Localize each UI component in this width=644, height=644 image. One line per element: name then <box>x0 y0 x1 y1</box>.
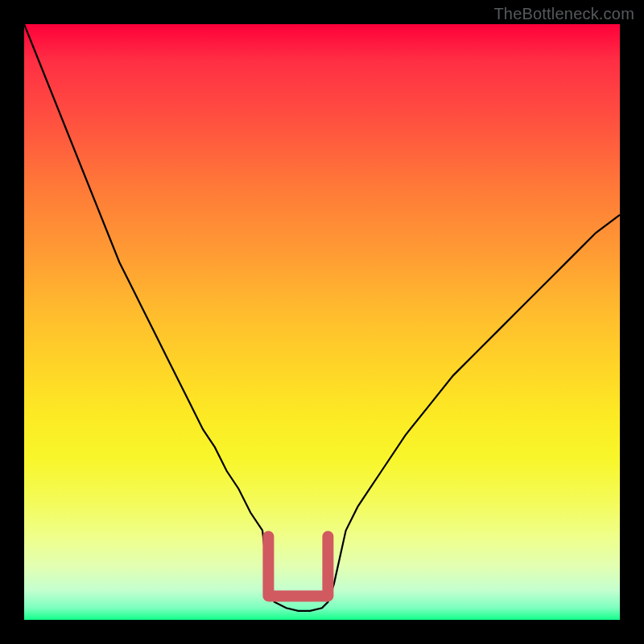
sweet-spot-cap <box>268 536 328 596</box>
plot-area <box>24 24 620 620</box>
curve-path <box>24 24 620 611</box>
chart-stage: TheBottleneck.com <box>0 0 644 644</box>
sweet-spot-path <box>268 536 328 596</box>
watermark-text: TheBottleneck.com <box>493 5 634 23</box>
curve-layer <box>24 24 620 620</box>
bottleneck-curve <box>24 24 620 611</box>
